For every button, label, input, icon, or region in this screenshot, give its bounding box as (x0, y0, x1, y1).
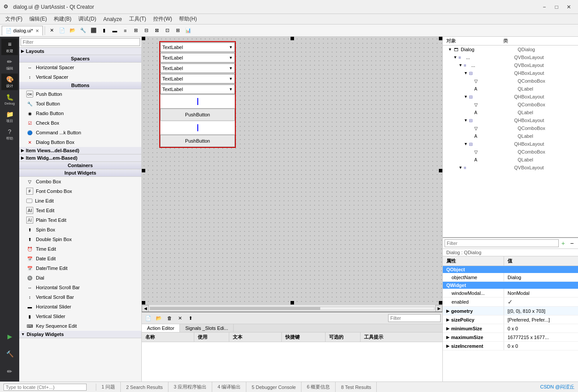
toolbar-btn-13[interactable]: ⊞ (173, 26, 182, 35)
bottom-delete-btn[interactable]: 🗑 (165, 313, 174, 323)
bottom-up-btn[interactable]: ⬆ (186, 313, 195, 323)
sidebar-btn-debug[interactable]: 🐛 Debug (1, 91, 18, 108)
dialog-widget[interactable]: TextLabel ▼ TextLabel ▼ TextLabel (159, 41, 236, 148)
toolbox-item-horizontal-spacer[interactable]: ↔ Horizontal Spacer (19, 63, 141, 72)
locate-input[interactable] (4, 384, 87, 391)
toolbar-btn-6[interactable]: ▮ (99, 26, 109, 35)
menu-help[interactable]: 帮助(H) (175, 14, 200, 24)
toolbar-btn-1[interactable]: ✕ (47, 26, 56, 35)
close-button[interactable]: ✕ (563, 1, 574, 13)
push-button-1[interactable]: PushButton (160, 108, 235, 121)
toolbox-item-vertical-scroll-bar[interactable]: ↕ Vertical Scroll Bar (19, 292, 141, 302)
tree-item-vbox2[interactable]: ▼ ≡ ... QVBoxLayout (443, 61, 578, 69)
prop-row-enabled[interactable]: enabled ✓ (443, 298, 578, 307)
combobox-3[interactable]: TextLabel ▼ (160, 63, 235, 73)
toolbar-btn-8[interactable]: ≡ (120, 26, 130, 35)
tree-item-label4[interactable]: A QLabel (443, 156, 578, 164)
category-display-widgets[interactable]: ▼ Display Widgets (19, 331, 141, 338)
combobox-4[interactable]: TextLabel ▼ (160, 74, 235, 84)
sidebar-btn-bottom[interactable]: ✏ (1, 363, 18, 380)
statusbar-test-results[interactable]: 8 Test Results (336, 382, 377, 392)
tree-arrow-hbox2[interactable]: ▼ (464, 94, 469, 99)
statusbar-compile-output[interactable]: 4 编译输出 (212, 382, 246, 392)
statusbar-problems[interactable]: 1 问题 (96, 382, 121, 392)
prop-value-objectname[interactable]: Dialog (504, 273, 578, 281)
toolbar-btn-11[interactable]: ⊠ (152, 26, 161, 35)
toolbox-item-plain-text-edit[interactable]: AI Plain Text Edit (19, 215, 141, 225)
toolbox-item-spin-box[interactable]: ⬆ Spin Box (19, 225, 141, 234)
tree-item-dialog[interactable]: ▼ 🗔 Dialog QDialog (443, 46, 578, 53)
scroll-left-btn[interactable]: ◀ (142, 305, 149, 312)
toolbox-item-text-edit[interactable]: AI Text Edit (19, 206, 141, 215)
canvas[interactable]: TextLabel ▼ TextLabel ▼ TextLabel (142, 37, 442, 304)
prop-row-geometry[interactable]: ▶ geometry [(0, 0), 810 x 703] (443, 307, 578, 315)
tab-close-icon[interactable]: ✕ (35, 28, 39, 33)
bottom-open-btn[interactable]: 📂 (154, 313, 164, 323)
toolbox-item-vertical-slider[interactable]: ▮ Vertical Slider (19, 312, 141, 321)
tab-signals-slots[interactable]: Signals _Slots Edi... (180, 324, 234, 332)
category-layouts[interactable]: ▶ Layouts (19, 48, 141, 55)
menu-tools[interactable]: 工具(T) (126, 14, 150, 24)
handle-bottom[interactable] (291, 301, 294, 304)
tree-item-vbox3[interactable]: ▼ ≡ QVBoxLayout (443, 164, 578, 172)
tree-item-combo1[interactable]: ▽ QComboBox (443, 77, 578, 85)
toolbox-item-dial[interactable]: 🔘 Dial (19, 273, 141, 283)
scroll-right-btn[interactable]: ▶ (435, 305, 442, 312)
menu-analyze[interactable]: Analyze (100, 14, 126, 24)
tree-item-label2[interactable]: A QLabel (443, 108, 578, 116)
tree-arrow-vbox1[interactable]: ▼ (453, 55, 459, 60)
prop-row-objectname[interactable]: objectName Dialog (443, 273, 578, 282)
toolbox-item-vertical-spacer[interactable]: ↕ Vertical Spacer (19, 72, 141, 82)
prop-value-enabled[interactable]: ✓ (504, 298, 578, 306)
tab-action-editor[interactable]: Action Editor (142, 324, 180, 332)
toolbox-item-push-button[interactable]: OK Push Button (19, 89, 141, 99)
tree-arrow-vbox2[interactable]: ▼ (459, 63, 464, 67)
category-item-widgets[interactable]: ▶ Item Widg...em-Based) (19, 154, 141, 162)
editor-area[interactable]: TextLabel ▼ TextLabel ▼ TextLabel (142, 37, 442, 304)
tree-arrow-hbox4[interactable]: ▼ (464, 142, 469, 146)
menu-debug[interactable]: 调试(D) (75, 14, 100, 24)
sidebar-btn-welcome[interactable]: ≡ 欢迎 (1, 38, 18, 55)
tree-item-hbox4[interactable]: ▼ ⊟ QHBoxLayout (443, 140, 578, 148)
text-cursor-area-1[interactable] (160, 94, 235, 108)
section-spacers[interactable]: Spacers (19, 55, 141, 63)
toolbox-item-key-sequence-edit[interactable]: ⌨ Key Sequence Edit (19, 321, 141, 331)
tree-arrow-dialog[interactable]: ▼ (448, 47, 453, 52)
minimize-button[interactable]: − (539, 1, 550, 13)
handle-left[interactable] (142, 169, 145, 172)
menu-file[interactable]: 文件(F) (2, 14, 26, 24)
tree-item-hbox2[interactable]: ▼ ⊟ QHBoxLayout (443, 93, 578, 101)
sizepolicy-expand-arrow[interactable]: ▶ (446, 318, 449, 322)
sidebar-btn-run[interactable]: ▶ (1, 328, 18, 345)
toolbox-item-horizontal-slider[interactable]: ▬ Horizontal Slider (19, 302, 141, 312)
handle-top-right[interactable] (439, 37, 442, 40)
sizeincrement-expand-arrow[interactable]: ▶ (446, 344, 449, 348)
statusbar-debugger-console[interactable]: 5 Debugger Console (246, 382, 301, 392)
prop-row-windowmodal[interactable]: windowModal... NonModal (443, 289, 578, 298)
combobox-1[interactable]: TextLabel ▼ (160, 42, 235, 52)
tree-item-label3[interactable]: A QLabel (443, 132, 578, 140)
minimumsize-expand-arrow[interactable]: ▶ (446, 326, 449, 331)
toolbox-item-check-box[interactable]: ☑ Check Box (19, 118, 141, 128)
enabled-checkbox[interactable]: ✓ (508, 298, 513, 305)
toolbox-item-datetime-edit[interactable]: 📅 Date/Time Edit (19, 263, 141, 273)
bottom-filter-input[interactable] (388, 314, 441, 322)
toolbar-btn-12[interactable]: ⊡ (162, 26, 172, 35)
sidebar-btn-edit[interactable]: ✏ 编辑 (1, 56, 18, 73)
statusbar-search-results[interactable]: 2 Search Results (121, 382, 168, 392)
menu-edit[interactable]: 编辑(E) (26, 14, 50, 24)
maximumsize-expand-arrow[interactable]: ▶ (446, 335, 449, 340)
toolbox-item-radio-button[interactable]: ◉ Radio Button (19, 108, 141, 118)
tree-item-hbox1[interactable]: ▼ ⊟ QHBoxLayout (443, 69, 578, 77)
toolbox-filter-input[interactable] (21, 38, 140, 46)
toolbar-btn-9[interactable]: ⊞ (131, 26, 140, 35)
sidebar-btn-project[interactable]: 📁 项目 (1, 108, 18, 125)
tree-arrow-hbox1[interactable]: ▼ (464, 71, 469, 75)
handle-bottom-left[interactable] (142, 301, 145, 304)
toolbox-item-command-button[interactable]: 🔵 Command ...k Button (19, 128, 141, 137)
sidebar-btn-design[interactable]: 🎨 设计 (1, 74, 18, 90)
toolbar-btn-2[interactable]: 📄 (57, 26, 67, 35)
sidebar-btn-help[interactable]: ? 帮助 (1, 126, 18, 143)
handle-bottom-right[interactable] (439, 301, 442, 304)
handle-right[interactable] (439, 169, 442, 172)
